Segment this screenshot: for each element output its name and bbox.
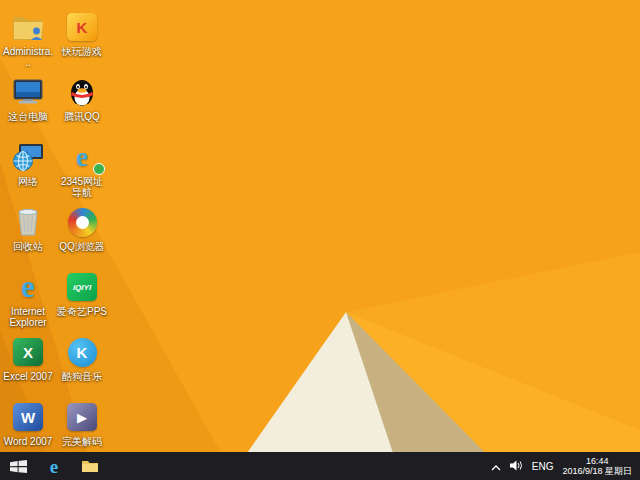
- desktop-icon-internet-explorer[interactable]: e Internet Explorer: [2, 270, 54, 335]
- desktop-icon-label: 回收站: [13, 241, 43, 252]
- 2345-badge-icon: [93, 163, 105, 175]
- excel-x-glyph: X: [23, 344, 33, 361]
- tray-show-hidden-icons-button[interactable]: [491, 457, 501, 475]
- internet-explorer-icon: e: [8, 270, 48, 304]
- iqiyi-icon: iQIYI: [62, 270, 102, 304]
- word-w-glyph: W: [21, 409, 35, 426]
- ie-e-glyph: e: [21, 272, 35, 302]
- desktop-icon-label: QQ浏览器: [59, 241, 105, 252]
- taskbar: e ENG 16:44 2016/9/18 星期日: [0, 452, 640, 480]
- folder-icon: [81, 459, 99, 473]
- desktop-icon-kuaiwan-games[interactable]: K 快玩游戏: [56, 10, 108, 75]
- perfect-decoder-icon: ▶: [62, 400, 102, 434]
- desktop-icon-excel-2007[interactable]: X Excel 2007: [2, 335, 54, 400]
- desktop-icon-label: Internet Explorer: [2, 306, 54, 328]
- desktop-icon-network[interactable]: 网络: [2, 140, 54, 205]
- desktop-icon-tencent-qq[interactable]: 腾讯QQ: [56, 75, 108, 140]
- desktop-icon-label: 2345网址导航: [56, 176, 108, 198]
- desktop-icon-label: Word 2007: [4, 436, 53, 447]
- recycle-bin-icon: [8, 205, 48, 239]
- desktop: Administra... 这台电脑: [0, 0, 640, 452]
- desktop-icon-iqiyi-pps[interactable]: iQIYI 爱奇艺PPS: [56, 270, 108, 335]
- desktop-icon-label: 爱奇艺PPS: [57, 306, 107, 317]
- desktop-icon-label: Excel 2007: [3, 371, 52, 382]
- taskbar-file-explorer-button[interactable]: [72, 452, 108, 480]
- tray-date: 2016/9/18 星期日: [562, 466, 632, 477]
- kuaiwan-k-glyph: K: [77, 19, 88, 36]
- desktop-icon-label: Administra...: [2, 46, 54, 68]
- kugou-k-glyph: K: [77, 344, 88, 361]
- qq-browser-swirl-icon: [62, 205, 102, 239]
- desktop-icon-label: 酷狗音乐: [62, 371, 102, 382]
- internet-explorer-icon: e: [50, 457, 58, 476]
- 2345-navigation-icon: e: [62, 140, 102, 174]
- desktop-icon-administrator-files[interactable]: Administra...: [2, 10, 54, 75]
- speaker-icon: [510, 460, 523, 471]
- computer-monitor-icon: [8, 75, 48, 109]
- network-globe-icon: [8, 140, 48, 174]
- user-folder-icon: [8, 10, 48, 44]
- system-tray: ENG 16:44 2016/9/18 星期日: [487, 452, 640, 480]
- tray-time: 16:44: [562, 456, 632, 467]
- kugou-icon: K: [62, 335, 102, 369]
- kuaiwan-games-icon: K: [62, 10, 102, 44]
- desktop-icon-label: 完美解码: [62, 436, 102, 447]
- tray-clock[interactable]: 16:44 2016/9/18 星期日: [562, 456, 632, 477]
- chevron-up-icon: [491, 465, 501, 471]
- windows-logo-icon: [10, 460, 27, 473]
- desktop-icon-2345-web-navigation[interactable]: e 2345网址导航: [56, 140, 108, 205]
- desktop-icon-grid: Administra... 这台电脑: [2, 10, 108, 465]
- desktop-icon-label: 网络: [18, 176, 38, 187]
- desktop-icon-label: 快玩游戏: [62, 46, 102, 57]
- taskbar-internet-explorer-button[interactable]: e: [36, 452, 72, 480]
- excel-icon: X: [8, 335, 48, 369]
- play-glyph: ▶: [77, 410, 87, 425]
- desktop-icon-label: 这台电脑: [8, 111, 48, 122]
- desktop-icon-qq-browser[interactable]: QQ浏览器: [56, 205, 108, 270]
- desktop-icon-this-pc[interactable]: 这台电脑: [2, 75, 54, 140]
- iqiyi-wordmark: iQIYI: [73, 283, 91, 292]
- tray-volume-button[interactable]: [510, 457, 523, 475]
- desktop-icon-kugou-music[interactable]: K 酷狗音乐: [56, 335, 108, 400]
- start-button[interactable]: [0, 452, 36, 480]
- ie-e-glyph: e: [76, 144, 88, 171]
- desktop-icon-label: 腾讯QQ: [64, 111, 100, 122]
- qq-penguin-icon: [62, 75, 102, 109]
- word-icon: W: [8, 400, 48, 434]
- tray-language-indicator[interactable]: ENG: [532, 461, 554, 472]
- desktop-icon-recycle-bin[interactable]: 回收站: [2, 205, 54, 270]
